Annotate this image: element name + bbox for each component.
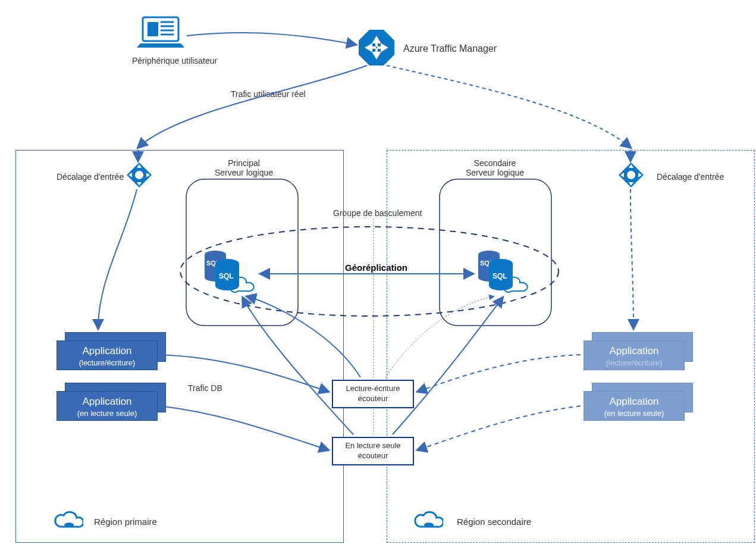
listener-rw-l2: écouteur — [358, 394, 388, 404]
device-icon — [137, 16, 184, 49]
load-balancer-right-icon — [619, 162, 644, 187]
db-traffic-label: Trafic DB — [188, 383, 222, 393]
traffic-manager-icon — [359, 30, 394, 65]
region-primary-cloud-icon — [54, 510, 83, 530]
app-primary-ro-sub: (en lecture seule) — [77, 409, 137, 418]
listener-ro-l2: écouteur — [358, 451, 388, 461]
device-label: Périphérique utilisateur — [132, 56, 217, 65]
load-balancer-left-icon — [127, 162, 152, 187]
app-primary-ro-title: Application — [82, 396, 131, 407]
app-primary-rw-title: Application — [82, 345, 131, 357]
app-secondary-ro-sub: (en lecture seule) — [604, 409, 664, 418]
region-primary-label: Région primaire — [94, 517, 157, 527]
traffic-manager-label: Azure Traffic Manager — [403, 43, 497, 54]
secondary-title: Secondaire — [474, 158, 516, 168]
svg-marker-6 — [359, 30, 394, 65]
sql-db-secondary-icon: SQL SQL — [476, 249, 529, 298]
region-secondary-label: Région secondaire — [457, 517, 531, 527]
app-secondary-rw-box: Application (lecture/écriture) — [584, 340, 685, 370]
sql-db-primary-icon: SQL SQL — [202, 249, 256, 298]
svg-point-31 — [424, 523, 434, 527]
geo-replication-label: Géoréplication — [345, 262, 407, 273]
app-primary-rw-sub: (lecture/écriture) — [79, 358, 136, 367]
app-secondary-ro-title: Application — [609, 396, 658, 407]
failover-group-label: Groupe de basculement — [333, 208, 422, 218]
diagram-stage: Périphérique utilisateur Azure Traffic M… — [0, 0, 756, 544]
listener-rw-l1: Lecture-écriture — [346, 384, 400, 394]
principal-server-label: Principal Serveur logique — [214, 158, 274, 177]
listener-ro-box: En lecture seule écouteur — [332, 437, 414, 465]
region-secondary-cloud-icon — [413, 510, 443, 530]
listener-ro-l1: En lecture seule — [345, 441, 400, 451]
svg-text:SQL: SQL — [219, 272, 234, 280]
app-primary-ro-box: Application (en lecture seule) — [57, 391, 158, 421]
entry-offset-left-label: Décalage d'entrée — [57, 172, 124, 182]
app-primary-rw-box: Application (lecture/écriture) — [57, 340, 158, 370]
svg-point-8 — [135, 171, 143, 179]
app-secondary-rw-sub: (lecture/écriture) — [606, 358, 663, 367]
secondary-sub: Serveur logique — [466, 168, 524, 177]
secondary-server-label: Secondaire Serveur logique — [465, 158, 525, 177]
principal-sub: Serveur logique — [215, 168, 273, 177]
entry-offset-right-label: Décalage d'entrée — [657, 172, 724, 182]
app-secondary-rw-title: Application — [609, 345, 658, 357]
svg-rect-1 — [148, 22, 158, 36]
listener-rw-box: Lecture-écriture écouteur — [332, 380, 414, 408]
principal-title: Principal — [228, 158, 260, 168]
app-secondary-ro-box: Application (en lecture seule) — [584, 391, 685, 421]
svg-point-30 — [64, 523, 74, 527]
real-user-traffic-label: Trafic utilisateur réel — [231, 89, 306, 99]
svg-point-14 — [627, 171, 635, 179]
svg-text:SQL: SQL — [493, 272, 507, 280]
